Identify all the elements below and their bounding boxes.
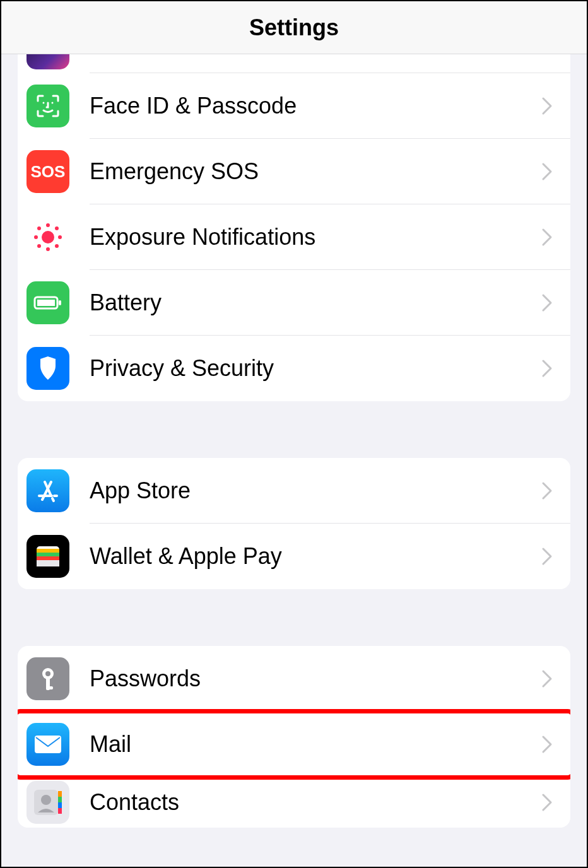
list-item-contacts[interactable]: Contacts <box>18 777 570 828</box>
row-label: Exposure Notifications <box>90 224 541 250</box>
list-item-privacy[interactable]: Privacy & Security <box>18 336 570 401</box>
row-label: Wallet & Apple Pay <box>90 543 541 570</box>
passwords-icon <box>26 657 69 700</box>
settings-group-2: App Store Wallet & Apple Pay <box>18 458 570 589</box>
svg-point-20 <box>45 671 50 676</box>
sos-icon: SOS <box>26 150 69 193</box>
svg-point-6 <box>58 235 62 239</box>
svg-rect-27 <box>58 797 62 802</box>
svg-point-2 <box>42 231 54 243</box>
list-item-appearance[interactable] <box>18 54 570 73</box>
svg-point-4 <box>46 247 50 251</box>
svg-point-9 <box>37 244 41 248</box>
page-title: Settings <box>249 15 339 41</box>
row-label: Privacy & Security <box>90 355 541 382</box>
svg-point-8 <box>55 226 59 230</box>
svg-rect-28 <box>58 802 62 808</box>
header: Settings <box>1 1 587 54</box>
row-label: Mail <box>90 731 541 758</box>
mail-icon <box>26 723 69 766</box>
row-label: Battery <box>90 290 541 316</box>
chevron-right-icon <box>541 669 553 688</box>
chevron-right-icon <box>541 359 553 378</box>
list-item-battery[interactable]: Battery <box>18 270 570 336</box>
svg-rect-18 <box>37 560 59 566</box>
svg-rect-17 <box>37 556 59 560</box>
svg-rect-13 <box>59 300 61 305</box>
row-label: Passwords <box>90 666 541 692</box>
svg-point-10 <box>55 244 59 248</box>
contacts-icon <box>26 781 69 824</box>
list-item-faceid[interactable]: Face ID & Passcode <box>18 73 570 139</box>
svg-rect-16 <box>37 553 59 556</box>
wallet-icon <box>26 535 69 578</box>
settings-group-3: Passwords Mail <box>18 646 570 828</box>
chevron-right-icon <box>541 228 553 247</box>
svg-point-5 <box>34 235 38 239</box>
svg-rect-26 <box>58 791 62 797</box>
svg-point-0 <box>43 102 45 104</box>
chevron-right-icon <box>541 793 553 812</box>
chevron-right-icon <box>541 97 553 115</box>
chevron-right-icon <box>541 162 553 181</box>
appearance-icon <box>26 54 69 69</box>
list-item-mail[interactable]: Mail <box>18 712 570 777</box>
svg-point-1 <box>52 102 54 104</box>
list-item-appstore[interactable]: App Store <box>18 458 570 524</box>
svg-point-7 <box>37 226 41 230</box>
row-label: Emergency SOS <box>90 158 541 185</box>
list-item-sos[interactable]: SOS Emergency SOS <box>18 139 570 204</box>
svg-point-3 <box>46 223 50 227</box>
svg-point-25 <box>41 795 51 805</box>
appstore-icon <box>26 469 69 512</box>
svg-rect-12 <box>37 300 55 306</box>
faceid-icon <box>26 85 69 127</box>
list-item-passwords[interactable]: Passwords <box>18 646 570 712</box>
row-label: Face ID & Passcode <box>90 93 541 119</box>
chevron-right-icon <box>541 547 553 566</box>
row-label: App Store <box>90 478 541 504</box>
chevron-right-icon <box>541 293 553 312</box>
svg-rect-29 <box>58 808 62 814</box>
settings-group-1: Face ID & Passcode SOS Emergency SOS <box>18 54 570 401</box>
chevron-right-icon <box>541 735 553 754</box>
chevron-right-icon <box>541 481 553 500</box>
exposure-icon <box>26 216 69 259</box>
list-item-exposure[interactable]: Exposure Notifications <box>18 204 570 270</box>
settings-list: Face ID & Passcode SOS Emergency SOS <box>1 54 587 828</box>
privacy-icon <box>26 347 69 390</box>
svg-rect-23 <box>35 736 61 753</box>
row-label: Contacts <box>90 789 541 816</box>
list-item-wallet[interactable]: Wallet & Apple Pay <box>18 524 570 589</box>
svg-rect-15 <box>37 549 59 553</box>
svg-rect-22 <box>46 686 53 689</box>
battery-icon <box>26 281 69 324</box>
